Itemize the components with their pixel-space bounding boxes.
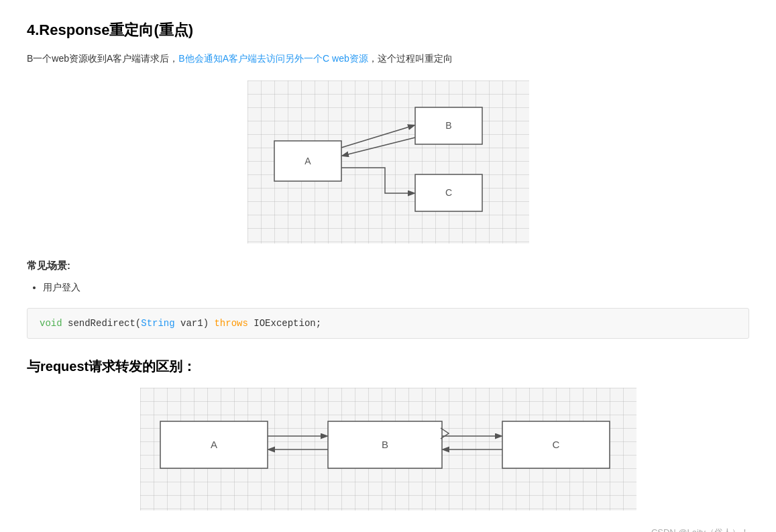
svg-text:A: A	[304, 156, 311, 166]
svg-text:A: A	[210, 439, 217, 450]
code-block: void sendRedirect(String var1) throws IO…	[27, 308, 749, 339]
code-string: String	[141, 318, 174, 329]
diagram1-grid: A B C	[247, 81, 529, 244]
code-var: var1)	[175, 318, 215, 329]
diagram2-svg: A B C	[154, 401, 623, 495]
code-void: void	[40, 318, 62, 329]
diagram1-svg: A B C	[261, 94, 516, 228]
svg-line-6	[341, 125, 414, 148]
svg-text:C: C	[445, 187, 451, 198]
description: B一个web资源收到A客户端请求后，B他会通知A客户端去访问另外一个C web资…	[27, 51, 749, 67]
section2-title: 与request请求转发的区别：	[27, 358, 749, 376]
common-scenarios-label: 常见场景:	[27, 260, 749, 272]
section-title: 4.Response重定向(重点)	[27, 20, 749, 40]
code-method: sendRedirect(	[68, 318, 141, 329]
desc-suffix: ，这个过程叫重定向	[368, 53, 453, 64]
svg-text:B: B	[445, 120, 451, 131]
svg-line-7	[343, 138, 415, 156]
svg-text:B: B	[381, 439, 388, 450]
redirect-diagram: A B C	[27, 81, 749, 244]
diagram2-grid: A B C	[140, 388, 636, 511]
watermark: CSDN @Laity（俗人）！	[27, 527, 749, 532]
bullet-item-1: 用户登入	[43, 279, 749, 296]
bullet-list: 用户登入	[43, 279, 749, 296]
desc-highlight1: B他会通知A客户端去访问另外一个C web资源	[178, 53, 368, 64]
desc-prefix: B一个web资源收到A客户端请求后，	[27, 53, 178, 64]
code-throws: throws	[214, 318, 247, 329]
compare-diagram: A B C	[27, 388, 749, 511]
code-space1	[62, 318, 68, 329]
svg-text:C: C	[552, 439, 559, 450]
code-exception: IOException;	[248, 318, 321, 329]
